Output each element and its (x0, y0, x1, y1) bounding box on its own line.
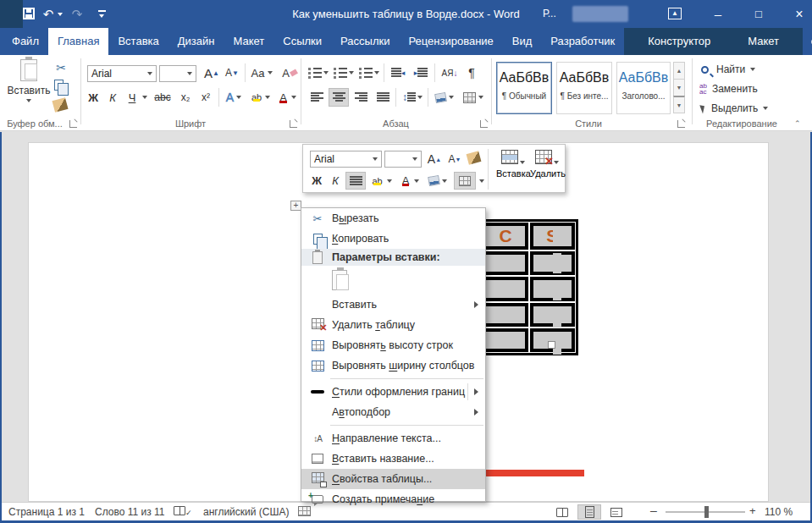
mini-italic-button[interactable]: К (327, 172, 344, 190)
print-layout-button[interactable] (577, 504, 601, 520)
mini-borders-dropdown-icon[interactable] (479, 179, 484, 183)
menu-item-border-styles[interactable]: Стили оформления границ (301, 382, 485, 402)
tab-design[interactable]: Дизайн (168, 28, 224, 55)
menu-paste-option-keep-formatting[interactable] (301, 266, 485, 295)
tab-layout[interactable]: Макет (224, 28, 273, 55)
mini-font-color-button[interactable]: А (398, 172, 422, 190)
menu-item-cut[interactable]: ✂ Вырезать (301, 208, 485, 228)
mini-shading-button[interactable] (425, 172, 450, 190)
align-right-button[interactable] (351, 88, 371, 107)
table-cell[interactable] (483, 277, 528, 300)
web-layout-button[interactable] (605, 504, 628, 520)
zoom-level[interactable]: 110 % (765, 506, 793, 519)
page-indicator[interactable]: Страница 1 из 1 (8, 506, 85, 519)
tell-me-help[interactable]: Помощн (803, 28, 812, 55)
show-marks-button[interactable]: ¶ (462, 63, 481, 82)
tab-view[interactable]: Вид (503, 28, 542, 55)
zoom-in-button[interactable]: + (749, 504, 756, 517)
style-normal[interactable]: АаБбВв ¶ Обычный (496, 62, 552, 114)
menu-item-table-properties[interactable]: Свойства таблицы... (301, 469, 485, 489)
table-cell[interactable] (483, 251, 528, 275)
word-count[interactable]: Слово 11 из 11 (95, 506, 165, 519)
find-button[interactable]: Найти (701, 62, 755, 77)
text-effects-button[interactable]: А (223, 88, 245, 107)
zoom-out-button[interactable]: – (650, 504, 657, 517)
tab-developer[interactable]: Разработчик (541, 28, 624, 55)
menu-item-distribute-columns[interactable]: Выровнять ширину столбцов (301, 355, 485, 376)
line-spacing-button[interactable]: ↕ (400, 88, 425, 107)
paragraph-dialog-launcher[interactable] (480, 120, 488, 128)
italic-button[interactable]: К (104, 88, 121, 107)
styles-gallery-more[interactable]: ▼ (673, 96, 685, 113)
style-no-spacing[interactable]: АаБбВв ¶ Без инте... (556, 62, 612, 114)
format-painter-icon[interactable] (52, 97, 68, 113)
tab-table-layout[interactable]: Макет (729, 28, 798, 55)
justify-button[interactable] (373, 88, 393, 107)
tab-file[interactable]: Файл (0, 28, 48, 55)
styles-dialog-launcher[interactable] (677, 120, 685, 128)
menu-item-autofit[interactable]: Автоподбор (301, 402, 485, 422)
cut-button[interactable]: ✂ (51, 60, 71, 75)
shading-button[interactable] (432, 88, 457, 107)
menu-item-new-comment[interactable]: + Создать примечание (301, 489, 485, 509)
numbering-button[interactable] (332, 63, 355, 82)
mini-shrink-font-button[interactable]: A▼ (445, 150, 464, 168)
minimize-button[interactable]: – (710, 0, 726, 28)
collapse-ribbon-icon[interactable]: ⌃ (794, 120, 804, 127)
mini-borders-button[interactable] (454, 172, 476, 190)
superscript-button[interactable]: x² (196, 88, 215, 107)
styles-scroll-up[interactable]: ▲ (673, 62, 685, 80)
highlight-color-button[interactable]: ab (249, 88, 273, 107)
read-mode-button[interactable] (550, 504, 574, 520)
mini-font-name-combo[interactable]: Arial (310, 151, 382, 168)
mini-format-painter-icon[interactable] (467, 151, 482, 164)
clipboard-dialog-launcher[interactable] (69, 120, 77, 128)
bold-button[interactable]: Ж (85, 88, 102, 107)
table-cell[interactable] (483, 328, 528, 352)
copy-button[interactable] (54, 80, 64, 91)
tab-home[interactable]: Главная (48, 28, 108, 55)
menu-item-distribute-rows[interactable]: Выровнять высоту строк (301, 335, 485, 355)
mini-highlight-button[interactable]: ab (369, 172, 395, 190)
mini-grow-font-button[interactable]: A▲ (425, 150, 444, 168)
paste-button[interactable]: Вставить (7, 59, 51, 115)
tab-insert[interactable]: Вставка (108, 28, 168, 55)
replace-button[interactable]: abac Заменить (699, 81, 758, 96)
multilevel-list-button[interactable] (357, 63, 380, 82)
menu-item-delete-table[interactable]: ✕ Удалить таблицу (301, 315, 485, 335)
menu-item-text-direction[interactable]: ↕A Направление текста... (301, 428, 485, 449)
bullets-button[interactable] (307, 63, 329, 82)
increase-indent-button[interactable]: ▸ (411, 63, 431, 82)
menu-item-copy[interactable]: Копировать (301, 228, 485, 249)
select-button[interactable]: Выделить (701, 101, 768, 116)
style-heading1[interactable]: АаБбВв Заголово... (616, 62, 671, 114)
menu-item-insert[interactable]: Вставить (301, 295, 485, 315)
mini-font-size-combo[interactable] (384, 151, 422, 168)
zoom-slider-thumb[interactable] (704, 506, 709, 518)
grow-font-button[interactable]: А▲ (202, 63, 221, 82)
font-dialog-launcher[interactable] (290, 120, 297, 128)
ribbon-display-options-icon[interactable]: ▲ (668, 8, 682, 19)
shrink-font-button[interactable]: А▼ (223, 63, 241, 82)
language-indicator[interactable]: английский (США) (203, 506, 289, 519)
font-color-button[interactable]: А (276, 88, 298, 107)
styles-scroll-down[interactable]: ▼ (673, 79, 685, 96)
mini-bold-button[interactable]: Ж (308, 172, 325, 190)
decrease-indent-button[interactable]: ◂ (388, 63, 408, 82)
tab-mailings[interactable]: Рассылки (331, 28, 399, 55)
font-name-combo[interactable]: Arial (87, 65, 157, 82)
clear-formatting-button[interactable]: А (279, 63, 300, 82)
underline-button[interactable]: Ч (124, 88, 141, 107)
tab-references[interactable]: Ссылки (273, 28, 331, 55)
tab-table-design[interactable]: Конструктор (629, 28, 729, 55)
align-center-button[interactable] (329, 88, 349, 107)
proofing-status-icon[interactable]: ✓ (174, 506, 192, 520)
subscript-button[interactable]: x₂ (176, 88, 195, 107)
mini-align-button[interactable] (345, 172, 366, 190)
strikethrough-button[interactable]: abc (151, 88, 174, 107)
table-resize-handle[interactable] (548, 341, 555, 349)
mini-delete-button[interactable]: ✕ Удалить (530, 150, 564, 179)
borders-button[interactable] (460, 88, 487, 107)
align-left-button[interactable] (307, 88, 327, 107)
change-case-button[interactable]: Аа (249, 63, 274, 82)
